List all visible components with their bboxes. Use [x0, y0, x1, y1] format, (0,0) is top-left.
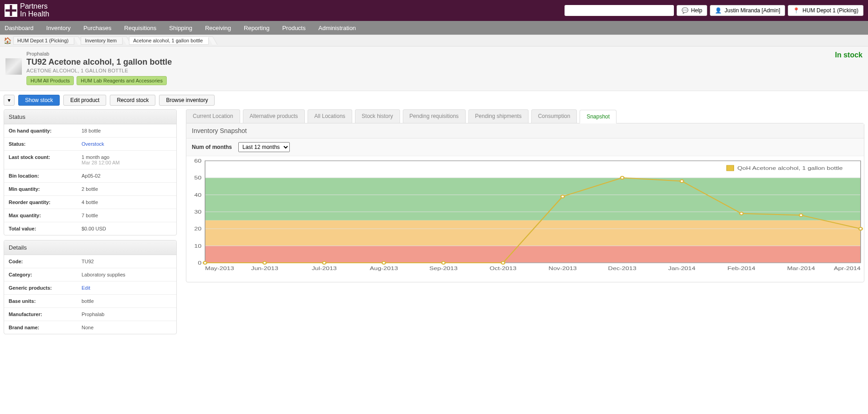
- record-stock-button[interactable]: Record stock: [110, 95, 155, 106]
- last-count-value: 1 month agoMar 28 12:00 AM: [77, 151, 176, 169]
- product-tag[interactable]: HUM Lab Reagents and Accessories: [77, 76, 167, 85]
- supplier-name: Prophalab: [26, 51, 172, 56]
- product-image: [5, 58, 22, 75]
- svg-text:May-2013: May-2013: [205, 266, 234, 271]
- svg-text:Feb-2014: Feb-2014: [728, 266, 755, 271]
- total-value: $0.00 USD: [77, 222, 176, 235]
- svg-point-31: [263, 261, 267, 264]
- tab-snapshot[interactable]: Snapshot: [580, 110, 616, 123]
- tab-alternative-products[interactable]: Alternative products: [243, 109, 305, 123]
- nav-item-administration[interactable]: Administration: [318, 25, 356, 31]
- category-label: Category:: [4, 268, 77, 281]
- brand-name-2: In Health: [20, 10, 49, 18]
- location-label: HUM Depot 1 (Picking): [802, 7, 858, 14]
- user-icon: 👤: [715, 7, 722, 14]
- tab-all-locations[interactable]: All Locations: [308, 109, 352, 123]
- tab-pending-requisitions[interactable]: Pending requisitions: [403, 109, 466, 123]
- tab-current-location[interactable]: Current Location: [186, 109, 240, 123]
- topbar-right: 🔍 💬 Help 👤 Justin Miranda [Admin] 📍 HUM …: [565, 5, 863, 16]
- help-icon: 💬: [682, 7, 688, 14]
- bin-value: Ap05-02: [77, 169, 176, 182]
- help-button[interactable]: 💬 Help: [677, 5, 708, 16]
- chart-svg: 0102030405060May-2013Jun-2013Jul-2013Aug…: [187, 158, 863, 272]
- nav-item-requisitions[interactable]: Requisitions: [124, 25, 157, 31]
- product-tags: HUM All ProductsHUM Lab Reagents and Acc…: [26, 76, 172, 85]
- on-hand-label: On hand quantity:: [4, 124, 77, 137]
- svg-text:20: 20: [194, 226, 201, 232]
- max-value: 7 bottle: [77, 209, 176, 222]
- generic-value[interactable]: Edit: [77, 281, 176, 294]
- last-count-sub: Mar 28 12:00 AM: [82, 160, 172, 165]
- main-layout: Status On hand quantity:18 bottle Status…: [0, 109, 868, 348]
- svg-point-36: [561, 195, 565, 198]
- svg-point-34: [442, 261, 445, 264]
- breadcrumb-item[interactable]: Acetone alcohol, 1 gallon bottle: [129, 36, 209, 45]
- svg-text:Jun-2013: Jun-2013: [251, 266, 278, 271]
- svg-text:Dec-2013: Dec-2013: [608, 266, 637, 271]
- code-label: Code:: [4, 255, 77, 268]
- status-value[interactable]: Overstock: [77, 138, 176, 150]
- svg-point-41: [859, 227, 863, 230]
- nav-item-reporting[interactable]: Reporting: [244, 25, 269, 31]
- svg-point-40: [799, 214, 803, 216]
- svg-point-30: [203, 261, 207, 264]
- edit-product-button[interactable]: Edit product: [63, 95, 106, 106]
- code-value: TU92: [77, 255, 176, 268]
- location-button[interactable]: 📍 HUM Depot 1 (Picking): [788, 5, 863, 16]
- brand-label: Brand name:: [4, 321, 77, 334]
- home-icon[interactable]: 🏠: [4, 37, 11, 44]
- svg-text:Nov-2013: Nov-2013: [549, 266, 577, 271]
- svg-text:40: 40: [194, 192, 201, 198]
- nav-item-receiving[interactable]: Receiving: [205, 25, 231, 31]
- svg-text:50: 50: [194, 175, 201, 181]
- pin-icon: 📍: [793, 7, 800, 14]
- nav-item-dashboard[interactable]: Dashboard: [5, 25, 34, 31]
- generic-label: Generic products:: [4, 281, 77, 294]
- product-subtitle: ACETONE ALCOHOL, 1 GALLON BOTTLE: [26, 68, 172, 73]
- svg-text:30: 30: [194, 209, 201, 215]
- breadcrumb-item[interactable]: Inventory Item: [81, 36, 123, 45]
- details-panel-title: Details: [4, 240, 176, 255]
- stock-status: In stock: [835, 51, 863, 85]
- nav-item-shipping[interactable]: Shipping: [169, 25, 192, 31]
- brand-text: Partners In Health: [20, 3, 49, 18]
- brand-value: None: [77, 321, 176, 334]
- svg-text:Aug-2013: Aug-2013: [370, 266, 398, 271]
- tab-consumption[interactable]: Consumption: [531, 109, 577, 123]
- nav-item-products[interactable]: Products: [282, 25, 305, 31]
- svg-text:Jan-2014: Jan-2014: [668, 266, 696, 271]
- status-label: Status:: [4, 138, 77, 150]
- num-months-select[interactable]: Last 12 months: [238, 142, 290, 152]
- show-stock-button[interactable]: Show stock: [18, 95, 60, 106]
- tab-pending-shipments[interactable]: Pending shipments: [468, 109, 529, 123]
- nav-item-purchases[interactable]: Purchases: [83, 25, 111, 31]
- min-value: 2 bottle: [77, 183, 176, 195]
- brand-logo-icon: [5, 4, 17, 17]
- last-count-label: Last stock count:: [4, 151, 77, 169]
- reorder-label: Reorder quantity:: [4, 196, 77, 209]
- user-button[interactable]: 👤 Justin Miranda [Admin]: [710, 5, 785, 16]
- user-label: Justin Miranda [Admin]: [724, 7, 780, 14]
- total-label: Total value:: [4, 222, 77, 235]
- svg-text:Jul-2013: Jul-2013: [312, 266, 337, 271]
- nav-item-inventory[interactable]: Inventory: [46, 25, 71, 31]
- svg-text:60: 60: [194, 158, 201, 164]
- action-toolbar: ▾ Show stock Edit product Record stock B…: [0, 91, 868, 109]
- svg-text:Mar-2014: Mar-2014: [787, 266, 815, 271]
- breadcrumb: 🏠 HUM Depot 1 (Picking)Inventory ItemAce…: [0, 35, 868, 46]
- tab-body: Inventory Snapshot Num of months Last 12…: [186, 123, 864, 282]
- search-input[interactable]: [565, 5, 674, 16]
- product-tag[interactable]: HUM All Products: [26, 76, 74, 85]
- topbar: Partners In Health 🔍 💬 Help 👤 Justin Mir…: [0, 0, 868, 21]
- actions-dropdown[interactable]: ▾: [4, 95, 15, 106]
- product-title: TU92 Acetone alcohol, 1 gallon bottle: [26, 57, 172, 67]
- breadcrumb-item[interactable]: HUM Depot 1 (Picking): [13, 36, 74, 45]
- svg-point-39: [740, 212, 743, 215]
- svg-text:Apr-2014: Apr-2014: [834, 266, 861, 271]
- category-value: Laboratory supplies: [77, 268, 176, 281]
- tab-stock-history[interactable]: Stock history: [355, 109, 400, 123]
- status-panel-title: Status: [4, 110, 176, 124]
- svg-text:Sep-2013: Sep-2013: [429, 266, 457, 271]
- browse-inventory-button[interactable]: Browse inventory: [159, 95, 215, 106]
- bin-label: Bin location:: [4, 169, 77, 182]
